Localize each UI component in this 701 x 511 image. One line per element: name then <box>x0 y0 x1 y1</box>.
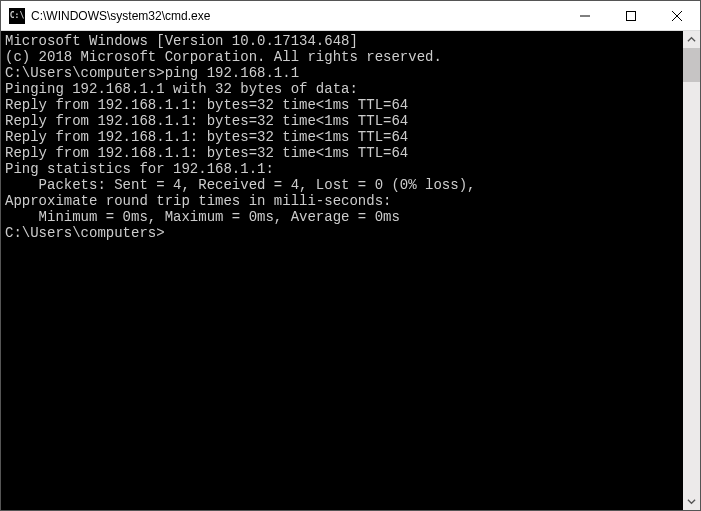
output-line: Ping statistics for 192.168.1.1: <box>5 161 679 177</box>
scroll-down-button[interactable] <box>683 493 700 510</box>
window-title: C:\WINDOWS\system32\cmd.exe <box>31 9 562 23</box>
cmd-icon: C:\ <box>9 8 25 24</box>
scrollbar-thumb[interactable] <box>683 48 700 82</box>
output-line: Pinging 192.168.1.1 with 32 bytes of dat… <box>5 81 679 97</box>
output-line: Approximate round trip times in milli-se… <box>5 193 679 209</box>
prompt-prefix: C:\Users\computers> <box>5 225 165 241</box>
chevron-up-icon <box>687 35 696 44</box>
prompt-line: C:\Users\computers> <box>5 225 679 241</box>
scroll-up-button[interactable] <box>683 31 700 48</box>
close-button[interactable] <box>654 1 700 30</box>
scrollbar-track[interactable] <box>683 48 700 493</box>
minimize-icon <box>580 11 590 21</box>
output-line: Reply from 192.168.1.1: bytes=32 time<1m… <box>5 129 679 145</box>
output-line: (c) 2018 Microsoft Corporation. All righ… <box>5 49 679 65</box>
output-line: Packets: Sent = 4, Received = 4, Lost = … <box>5 177 679 193</box>
output-line: Microsoft Windows [Version 10.0.17134.64… <box>5 33 679 49</box>
svg-rect-1 <box>627 11 636 20</box>
prompt-prefix: C:\Users\computers> <box>5 65 165 81</box>
window-titlebar: C:\ C:\WINDOWS\system32\cmd.exe <box>1 1 700 31</box>
prompt-line: C:\Users\computers>ping 192.168.1.1 <box>5 65 679 81</box>
maximize-icon <box>626 11 636 21</box>
output-line: Reply from 192.168.1.1: bytes=32 time<1m… <box>5 113 679 129</box>
chevron-down-icon <box>687 497 696 506</box>
window-controls <box>562 1 700 30</box>
console-output[interactable]: Microsoft Windows [Version 10.0.17134.64… <box>1 31 683 510</box>
output-line: Reply from 192.168.1.1: bytes=32 time<1m… <box>5 145 679 161</box>
maximize-button[interactable] <box>608 1 654 30</box>
console-area: Microsoft Windows [Version 10.0.17134.64… <box>1 31 700 510</box>
close-icon <box>672 11 682 21</box>
command-text: ping 192.168.1.1 <box>165 65 299 81</box>
output-line: Minimum = 0ms, Maximum = 0ms, Average = … <box>5 209 679 225</box>
vertical-scrollbar[interactable] <box>683 31 700 510</box>
minimize-button[interactable] <box>562 1 608 30</box>
output-line: Reply from 192.168.1.1: bytes=32 time<1m… <box>5 97 679 113</box>
